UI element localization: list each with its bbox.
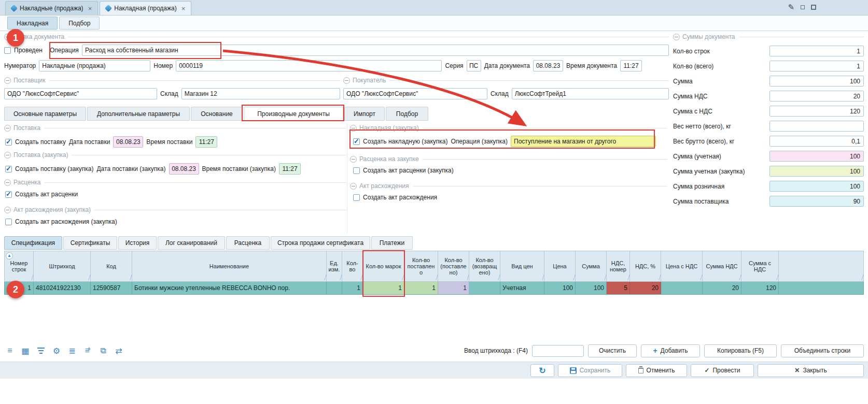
column-header-sum-with-vat[interactable]: Сумма с НДС (741, 251, 779, 282)
delivery-purchase-date-input[interactable] (169, 163, 199, 175)
cell-name[interactable]: Ботинки мужские утепленные REBECCA BONHO… (132, 282, 327, 294)
cell-qty[interactable]: 1 (342, 282, 363, 294)
spec-tab-scan-log[interactable]: Лог сканирований (158, 236, 225, 250)
collapse-icon[interactable] (4, 125, 11, 132)
cancel-button[interactable]: Отменить (626, 364, 687, 377)
delivery-time-input[interactable] (195, 136, 217, 148)
supplier-org-input[interactable] (4, 88, 157, 99)
numbered-list-icon[interactable]: ≣ (66, 345, 78, 356)
spec-tab-pricing[interactable]: Расценка (226, 236, 270, 250)
barcode-input[interactable] (532, 345, 584, 357)
table-row[interactable]: 1 4810241922130 12590587 Ботинки мужские… (4, 282, 864, 295)
sum-value-input[interactable] (769, 196, 864, 207)
spec-tab-history[interactable]: История (118, 236, 157, 250)
table-view-icon[interactable]: ▦ (20, 345, 31, 356)
cell-code[interactable]: 12590587 (91, 282, 132, 294)
sum-value-input[interactable] (769, 121, 864, 132)
column-header-code[interactable]: Код (91, 251, 132, 282)
collapse-icon[interactable] (673, 34, 680, 40)
copy-button[interactable]: Копировать (F5) (704, 344, 777, 357)
collapse-icon[interactable] (4, 207, 11, 213)
tab-close-icon[interactable]: × (88, 5, 92, 12)
collapse-icon[interactable] (4, 179, 11, 186)
tab-close-icon[interactable]: × (181, 5, 186, 12)
param-tab-derived-docs[interactable]: Производные документы (244, 107, 343, 121)
cell-qty-marks[interactable]: 1 (363, 282, 404, 294)
add-list-icon[interactable]: ≡+ (82, 345, 93, 356)
column-header-barcode[interactable]: Штрихкод (34, 251, 91, 282)
sum-value-input[interactable] (769, 151, 864, 162)
column-header-qty[interactable]: Кол-во (342, 251, 363, 282)
cell-price-type[interactable]: Учетная (500, 282, 544, 294)
column-header-qty-delivered[interactable]: Кол-во поставлено (404, 251, 438, 282)
create-delivery-checkbox[interactable] (5, 139, 12, 146)
proveden-checkbox[interactable] (4, 47, 11, 54)
edit-icon[interactable]: ✎ (788, 3, 794, 12)
cell-price-with-vat[interactable] (661, 282, 703, 294)
cell-sum-with-vat[interactable]: 120 (741, 282, 779, 294)
spec-tab-certificate-sale-line[interactable]: Строка продажи сертификата (271, 236, 370, 250)
param-tab-podbor[interactable]: Подбор (386, 107, 428, 121)
cell-qty-delivered[interactable]: 1 (404, 282, 438, 294)
sum-value-input[interactable] (769, 181, 864, 192)
create-pricing-act-checkbox[interactable] (5, 191, 12, 198)
sum-value-input[interactable] (769, 166, 864, 177)
page-tab-podbor[interactable]: Подбор (59, 17, 100, 30)
create-delivery-purchase-checkbox[interactable] (5, 166, 12, 172)
cell-vat-percent[interactable]: 20 (630, 282, 661, 294)
sort-icon[interactable]: ▲ (6, 252, 13, 259)
column-header-price-type[interactable]: Вид цен (500, 251, 544, 282)
buyer-warehouse-input[interactable] (512, 88, 669, 99)
buyer-org-input[interactable] (343, 88, 487, 99)
sum-value-input[interactable] (769, 136, 864, 147)
open-external-icon[interactable]: ⧉ (97, 345, 109, 356)
column-header-number[interactable]: ▲ Номер строк (4, 251, 34, 282)
collapse-icon[interactable] (4, 152, 11, 158)
supplier-warehouse-input[interactable] (181, 88, 340, 99)
column-header-vat-percent[interactable]: НДС, % (630, 251, 661, 282)
create-discrepancy-checkbox[interactable] (353, 194, 360, 201)
gear-icon[interactable]: ⚙ (51, 345, 62, 356)
collapse-icon[interactable] (343, 77, 350, 84)
column-header-qty-returned[interactable]: Кол-во (возвращено) (469, 251, 500, 282)
cell-vat-number[interactable]: 5 (607, 282, 630, 294)
doc-time-input[interactable] (620, 60, 642, 71)
save-button[interactable]: Сохранить (558, 364, 622, 377)
column-header-qty-marks[interactable]: Кол-во марок (363, 251, 404, 282)
purchase-operation-input[interactable] (511, 136, 656, 147)
doc-date-input[interactable] (533, 60, 563, 71)
numerator-input[interactable] (39, 60, 150, 71)
series-input[interactable] (467, 60, 481, 71)
add-button[interactable]: + Добавить (641, 344, 700, 357)
column-header-sum-vat[interactable]: Сумма НДС (703, 251, 741, 282)
spec-tab-payments[interactable]: Платежи (371, 236, 413, 250)
create-invoice-purchase-checkbox[interactable] (353, 138, 360, 145)
collapse-icon[interactable] (4, 34, 11, 40)
column-header-price[interactable]: Цена (544, 251, 576, 282)
post-button[interactable]: ✓ Провести (691, 364, 754, 377)
column-header-name[interactable]: Наименование (132, 251, 327, 282)
refresh-button[interactable]: ↻ (530, 364, 554, 377)
create-discrepancy-purchase-checkbox[interactable] (5, 219, 12, 225)
collapse-icon[interactable] (4, 77, 11, 84)
window-restore-icon[interactable] (801, 5, 805, 9)
merge-rows-button[interactable]: Объединить строки (781, 344, 864, 357)
delivery-date-input[interactable] (113, 136, 143, 148)
sum-value-input[interactable] (769, 76, 864, 86)
column-header-sum[interactable]: Сумма (576, 251, 607, 282)
page-tab-nakladnaya[interactable]: Накладная (7, 17, 58, 30)
close-button[interactable]: ✕ Закрыть (758, 364, 864, 377)
sum-value-input[interactable] (769, 106, 864, 117)
window-maximize-icon[interactable] (811, 5, 816, 10)
cell-qty-delivered-purchase[interactable]: 1 (438, 282, 469, 294)
collapse-icon[interactable] (350, 183, 357, 190)
spec-tab-certificates[interactable]: Сертификаты (63, 236, 117, 250)
number-input[interactable] (176, 60, 442, 71)
clear-button[interactable]: Очистить (588, 344, 637, 357)
cell-number[interactable]: 1 (4, 282, 34, 294)
delivery-purchase-time-input[interactable] (279, 163, 301, 175)
param-tab-additional-params[interactable]: Дополнительные параметры (87, 107, 190, 121)
filter-icon[interactable] (35, 345, 47, 356)
doc-tab-invoices-list[interactable]: Накладные (продажа) × (5, 1, 98, 15)
sum-value-input[interactable] (769, 61, 864, 71)
